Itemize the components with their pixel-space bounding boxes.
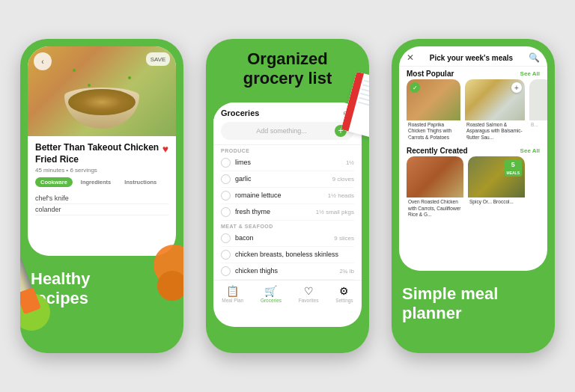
close-button[interactable]: ✕ (407, 52, 414, 63)
grocery-screen: Groceries edit Add something... + PRODUC… (213, 102, 362, 327)
grocery-checkbox[interactable] (221, 207, 231, 217)
list-item: colander (35, 204, 168, 215)
item-name: garlic (235, 175, 328, 183)
item-name: fresh thyme (235, 208, 311, 215)
recipe-cookware-list: chef's knife colander (28, 190, 176, 218)
back-button[interactable]: ‹ (34, 52, 52, 70)
tab-ingredients[interactable]: Ingredients (76, 177, 116, 187)
check-icon: ✓ (410, 82, 420, 93)
grocery-item: romaine lettuce 1½ heads (221, 188, 354, 204)
meal-card[interactable]: Oven Roasted Chicken with Carrots, Cauli… (407, 156, 463, 218)
nav-groceries[interactable]: 🛒 Groceries (261, 285, 282, 303)
grocery-checkbox[interactable] (221, 174, 231, 184)
most-popular-cards: ✓ Roasted Paprika Chicken Thighs with Ca… (399, 79, 547, 144)
meal-card-title: Spicy Or... Broccol... (468, 197, 525, 205)
recipe-meta: 45 minutes • 6 servings (35, 167, 168, 174)
grocery-checkbox[interactable] (221, 158, 231, 168)
meal-screen: ✕ Pick your week's meals 🔍 Most Popular … (399, 46, 547, 271)
meals-badge: 5 MEALS (505, 159, 523, 177)
recently-created-see-all[interactable]: See All (520, 147, 540, 154)
search-icon[interactable]: 🔍 (529, 52, 540, 63)
nav-meal-plan-label: Meal Plan (222, 298, 243, 303)
item-qty: 1½ small pkgs (316, 209, 354, 215)
bowl-decoration (64, 88, 139, 129)
grocery-item: fresh thyme 1½ small pkgs (221, 204, 354, 221)
meal-planner-header: ✕ Pick your week's meals 🔍 (399, 46, 547, 67)
food-decoration (68, 89, 136, 115)
grocery-header: Groceries edit Add something... + (213, 102, 362, 145)
add-meal-icon[interactable]: + (511, 82, 522, 93)
item-name: bacon (235, 234, 329, 242)
most-popular-title: Most Popular (407, 70, 454, 78)
bottom-nav: 📋 Meal Plan 🛒 Groceries ♡ Favorites ⚙ Se… (213, 280, 362, 306)
grocery-item: chicken thighs 2¾ lb (221, 263, 354, 280)
grocery-checkbox[interactable] (221, 250, 231, 260)
phone-1: ‹ SAVE Better Than Takeout Chicken Fried… (20, 39, 183, 353)
grocery-item: bacon 9 slices (221, 230, 354, 247)
item-qty: 2¾ lb (339, 268, 354, 275)
grocery-checkbox[interactable] (221, 191, 231, 200)
nav-settings[interactable]: ⚙ Settings (335, 285, 353, 303)
tab-cookware[interactable]: Cookware (35, 177, 73, 187)
list-item: chef's knife (35, 193, 168, 204)
grocery-checkbox[interactable] (221, 233, 231, 243)
meal-card-title: Roasted Salmon & Asparagus with Balsamic… (465, 120, 525, 141)
meal-card-title: Oven Roasted Chicken with Carrots, Cauli… (407, 197, 463, 218)
recipe-tabs: Cookware Ingredients Instructions (35, 177, 168, 187)
recipe-title-row: Better Than Takeout Chicken Fried Rice ♥ (35, 142, 168, 165)
item-qty: 9 cloves (332, 176, 354, 183)
panel-3-label: Simple mealplanner (392, 278, 555, 334)
produce-label: PRODUCE (221, 148, 354, 153)
meals-label: MEALS (507, 171, 520, 175)
settings-icon: ⚙ (339, 285, 349, 297)
nav-favorites-label: Favorites (299, 298, 319, 303)
meal-card-title: Roasted Paprika Chicken Thighs with Carr… (407, 120, 460, 141)
grocery-item: limes 1½ (221, 155, 354, 171)
panel-2-heading: Organizedgrocery list (206, 39, 369, 95)
recently-created-cards: Oven Roasted Chicken with Carrots, Cauli… (399, 156, 547, 221)
tab-instructions[interactable]: Instructions (119, 177, 162, 187)
meal-card[interactable]: B... (529, 79, 547, 141)
phone-3: ✕ Pick your week's meals 🔍 Most Popular … (392, 39, 555, 353)
item-qty: 9 slices (334, 235, 354, 242)
most-popular-see-all[interactable]: See All (520, 70, 540, 77)
recipe-info: Better Than Takeout Chicken Fried Rice ♥… (28, 136, 176, 190)
recipe-image: ‹ SAVE (28, 46, 176, 136)
favorites-icon: ♡ (304, 285, 314, 297)
groceries-icon: 🛒 (264, 285, 277, 297)
item-name: limes (235, 159, 341, 166)
grocery-checkbox[interactable] (221, 266, 231, 276)
meal-card[interactable]: + Roasted Salmon & Asparagus with Balsam… (465, 79, 525, 141)
most-popular-section-header: Most Popular See All (399, 67, 547, 79)
grocery-title: Groceries (221, 108, 259, 117)
meal-card[interactable]: 5 MEALS Spicy Or... Broccol... (468, 156, 525, 218)
item-name: chicken breasts, boneless skinless (235, 251, 350, 258)
grocery-add-bar[interactable]: Add something... + (221, 122, 354, 140)
grocery-item: chicken breasts, boneless skinless (221, 247, 354, 263)
heart-icon[interactable]: ♥ (162, 142, 168, 156)
grocery-add-placeholder: Add something... (228, 127, 335, 135)
app-container: ‹ SAVE Better Than Takeout Chicken Fried… (0, 0, 575, 392)
phone-2: Organizedgrocery list Groceries (206, 39, 369, 353)
meals-count: 5 (507, 160, 520, 170)
meat-section: MEAT & SEAFOOD bacon 9 slices chicken br… (213, 221, 362, 280)
meat-label: MEAT & SEAFOOD (221, 224, 354, 229)
orange-decoration (153, 245, 183, 286)
recently-created-section-header: Recently Created See All (399, 144, 547, 156)
item-name: romaine lettuce (235, 192, 323, 199)
item-name: chicken thighs (235, 267, 335, 275)
nav-favorites[interactable]: ♡ Favorites (299, 285, 319, 303)
recipe-screen: ‹ SAVE Better Than Takeout Chicken Fried… (28, 46, 176, 256)
meal-card[interactable]: ✓ Roasted Paprika Chicken Thighs with Ca… (407, 79, 460, 141)
nav-groceries-label: Groceries (261, 298, 282, 303)
nav-settings-label: Settings (335, 298, 353, 303)
recipe-title-text: Better Than Takeout Chicken Fried Rice (35, 142, 159, 165)
meal-card-title: B... (529, 120, 547, 128)
recently-created-title: Recently Created (407, 147, 468, 155)
grocery-title-bar: Groceries edit (221, 108, 354, 117)
meal-header-title: Pick your week's meals (430, 54, 513, 62)
save-button[interactable]: SAVE (146, 52, 170, 66)
item-qty: 1½ heads (328, 192, 354, 199)
item-qty: 1½ (346, 159, 354, 166)
nav-meal-plan[interactable]: 📋 Meal Plan (222, 285, 243, 303)
